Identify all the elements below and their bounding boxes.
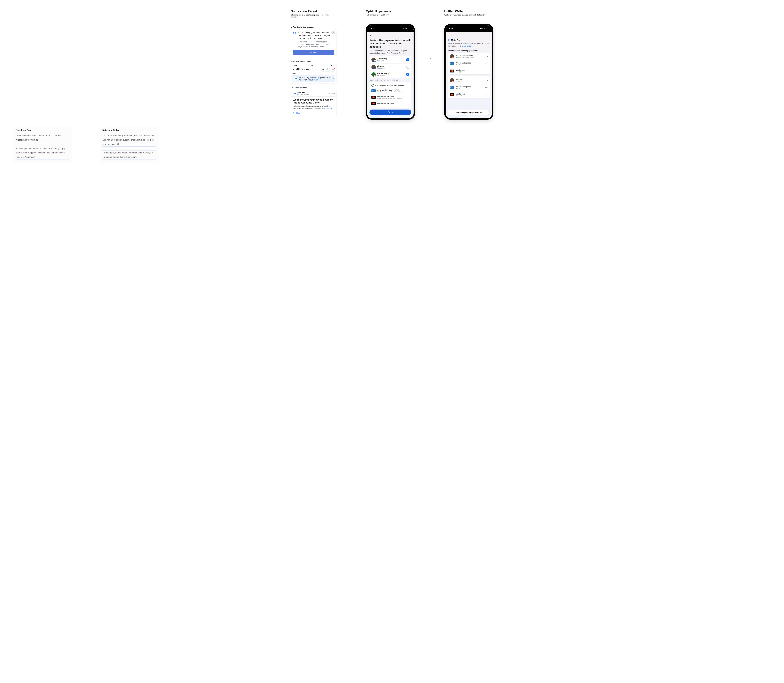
learn-more-link[interactable]: Learn more	[461, 45, 471, 47]
wallet-header-row[interactable]: alwangInstagram ›	[448, 76, 490, 84]
amex-card-icon	[450, 86, 454, 89]
close-icon[interactable]: ✕	[448, 34, 490, 37]
status-bar: 9:41 ••ıl ᯤ ▬	[445, 25, 492, 32]
retain-note: alwang will retain it's payment informat…	[370, 79, 411, 81]
email-card: Meta Pay To: Alicia Wang › 9:10 AM We're…	[291, 90, 336, 116]
avatar	[371, 65, 376, 69]
email-time: 9:10 AM	[329, 92, 335, 94]
reply-icon[interactable]: ↩	[333, 112, 334, 114]
more-icon[interactable]: •••	[485, 63, 488, 65]
wallet-description: Manage your saved payment info and which…	[448, 42, 490, 47]
email-review-link[interactable]: Review	[327, 107, 332, 109]
col2-title: Opt-In Experience	[366, 10, 391, 13]
note-left: Note from Finlay Users were sent message…	[13, 126, 72, 163]
amex-card-icon	[450, 63, 454, 65]
inapp-body: Review the Facebook and Instagram accoun…	[298, 41, 331, 48]
account-row[interactable]: alwangFacebook	[370, 63, 411, 71]
col3-title: Unified Wallet	[444, 10, 464, 13]
note-title: Note from Finlay	[16, 128, 69, 132]
more-icon[interactable]: •••	[485, 70, 488, 72]
notifications-heading: Notifications	[292, 68, 309, 71]
close-icon[interactable]: ✕	[370, 34, 411, 37]
optin-heading: Review the payment info that will be con…	[370, 39, 411, 48]
status-icons: ••ıl ᯤ ◧	[327, 65, 335, 67]
account-row[interactable]: planterista 🌱Instagram ✓	[370, 71, 411, 78]
account-row[interactable]: Alica WangFacebook ✓	[370, 56, 411, 63]
avatar	[371, 58, 376, 62]
instagram-badge-icon	[452, 81, 455, 83]
col2-subtitle: Full Transparency and Control	[366, 14, 390, 16]
payment-heading: Payment info that will be connected	[375, 84, 405, 87]
wallet-card-row[interactable]: American Express•••• 1010 •••	[448, 60, 490, 67]
review-link[interactable]: Review	[312, 79, 318, 81]
new-label: New	[291, 73, 336, 75]
payment-row: Mastercard •••• 7668Card currently saved…	[370, 94, 411, 101]
status-time: 23:00	[292, 65, 297, 67]
checkbox[interactable]: ✓	[406, 73, 409, 76]
wallet-card-row[interactable]: Mastercard•••• 7224 •••	[448, 67, 490, 74]
instagram-badge-icon	[374, 75, 376, 77]
search-icon[interactable]: 🔍	[326, 68, 330, 71]
close-icon[interactable]: ✕	[331, 31, 335, 34]
review-button[interactable]: Review	[293, 50, 334, 55]
chevron-right-icon: ›	[487, 55, 488, 58]
wallet-card-row[interactable]: Mastercard•••• 7224 •••	[448, 91, 490, 98]
arrow-icon: →	[346, 10, 356, 61]
save-button[interactable]: Save	[370, 109, 411, 115]
wallet-section-label: Accounts with synced payment info	[448, 50, 490, 51]
avatar	[450, 54, 454, 58]
meta-icon	[292, 92, 296, 95]
payment-list: Payment info that will be connected Amer…	[370, 82, 411, 108]
avatar	[371, 72, 376, 77]
meta-icon	[293, 77, 297, 81]
manage-button[interactable]: Manage synced payment info	[448, 110, 490, 115]
home-indicator	[381, 117, 399, 117]
facebook-badge-icon	[374, 60, 376, 62]
mastercard-icon	[371, 96, 376, 99]
arrow-icon: →	[425, 10, 434, 61]
avatar	[450, 78, 454, 82]
notification-text: We're moving your saved payment info to …	[299, 76, 330, 81]
label-email: Email Notifications	[291, 87, 307, 89]
more-icon[interactable]: •••	[332, 78, 334, 80]
amex-card-icon	[371, 89, 376, 92]
optin-sub: The selected accounts will have access t…	[370, 50, 411, 55]
mastercard-icon	[450, 93, 454, 96]
col1-subtitle: Informing users across touch points of u…	[291, 14, 336, 18]
note-title: Note from Finlay	[103, 128, 156, 132]
instagram-badge-icon	[452, 57, 455, 59]
app-notification-screen: 23:00 🛏 ••ıl ᯤ ◧ Notifications ⚙ 🔍 ✉8 Ne…	[291, 64, 336, 83]
inapp-message-card: ✕ We're moving your saved payment info t…	[291, 29, 336, 57]
wallet-group: alwangInstagram › American Express•••• 1…	[448, 76, 490, 98]
see-more-link[interactable]: See More	[293, 112, 300, 114]
payment-row: American Express •••• 1010Card currently…	[370, 88, 411, 94]
more-icon[interactable]: •••	[485, 87, 488, 89]
gear-icon[interactable]: ⚙	[321, 68, 325, 71]
home-indicator	[460, 117, 478, 117]
wallet-card-row[interactable]: American Express•••• 1010 •••	[448, 84, 490, 91]
email-body-text: Review the Facebook and Instagram accoun…	[293, 105, 334, 109]
notification-row[interactable]: We're moving your saved payment info to …	[292, 75, 335, 82]
email-sender: Meta Pay	[297, 91, 328, 93]
facebook-badge-icon	[374, 67, 376, 69]
label-applevel: App-Level Notifications	[291, 60, 311, 63]
meta-icon	[293, 31, 296, 35]
mastercard-icon	[450, 69, 454, 72]
checkbox[interactable]: ✓	[406, 58, 409, 61]
inapp-title: We're moving your saved payment info to …	[298, 31, 331, 40]
meta-icon	[448, 39, 450, 41]
brand-label: Meta Pay	[451, 39, 460, 41]
col1-title: Notification Period	[291, 10, 317, 13]
sync-icon	[371, 84, 374, 87]
badge-count: 8	[334, 67, 335, 69]
phone-frame-wallet: 9:41 ••ıl ᯤ ▬ ✕ Meta Pay Manage your sav…	[444, 24, 493, 120]
messenger-icon[interactable]: ✉8	[331, 68, 335, 71]
mastercard-icon	[371, 102, 376, 105]
payment-row: Mastercard •••• 7224	[370, 101, 411, 106]
checkbox[interactable]	[406, 66, 409, 69]
account-list: Alica WangFacebook ✓ alwangFacebook plan…	[370, 56, 411, 78]
more-icon[interactable]: •••	[485, 93, 488, 96]
status-bar: 9:41 ••ıl ᯤ ▬	[367, 25, 414, 32]
wallet-header-row[interactable]: Synced payment infoAlicia Wang, planteri…	[448, 53, 490, 60]
email-subject: We're moving your saved payment info to …	[293, 98, 334, 104]
